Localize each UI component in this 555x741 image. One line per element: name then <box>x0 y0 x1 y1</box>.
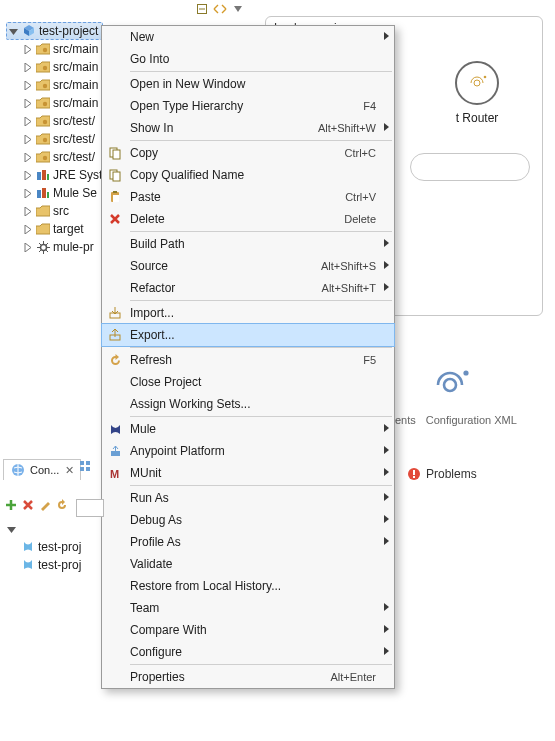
svg-point-9 <box>43 102 47 106</box>
menu-item-accelerator: Delete <box>336 213 376 225</box>
connections-root-row[interactable] <box>6 520 81 538</box>
menu-item-restore-from-local-history[interactable]: Restore from Local History... <box>102 575 394 597</box>
twisty-icon[interactable] <box>22 243 33 252</box>
menu-item-label: Refactor <box>126 281 314 295</box>
submenu-arrow-icon <box>384 283 389 291</box>
menu-separator <box>130 300 392 301</box>
menu-item-build-path[interactable]: Build Path <box>102 233 394 255</box>
submenu-arrow-icon <box>384 515 389 523</box>
twisty-icon[interactable] <box>8 27 19 36</box>
package-folder-icon <box>35 59 51 75</box>
menu-item-label: Refresh <box>126 353 355 367</box>
twisty-icon[interactable] <box>22 225 33 234</box>
menu-item-import[interactable]: Import... <box>102 302 394 324</box>
svg-rect-38 <box>413 476 415 478</box>
tree-item-label: src <box>53 204 69 218</box>
menu-item-label: Go Into <box>126 52 376 66</box>
twisty-icon[interactable] <box>22 99 33 108</box>
submenu-arrow-icon <box>384 493 389 501</box>
connection-item-label: test-proj <box>38 540 81 554</box>
menu-item-open-in-new-window[interactable]: Open in New Window <box>102 73 394 95</box>
svg-point-3 <box>484 76 487 79</box>
twisty-icon[interactable] <box>22 135 33 144</box>
menu-item-munit[interactable]: MMUnit <box>102 462 394 484</box>
menu-item-copy[interactable]: CopyCtrl+C <box>102 142 394 164</box>
menu-item-source[interactable]: SourceAlt+Shift+S <box>102 255 394 277</box>
menu-item-refactor[interactable]: RefactorAlt+Shift+T <box>102 277 394 299</box>
tree-item-project[interactable]: test-project <box>6 22 103 40</box>
menu-item-mule[interactable]: Mule <box>102 418 394 440</box>
connection-item[interactable]: test-proj <box>20 556 81 574</box>
add-icon[interactable] <box>4 498 18 512</box>
remove-icon[interactable] <box>21 498 35 512</box>
view-menu-icon[interactable] <box>231 2 245 16</box>
package-folder-icon <box>35 41 51 57</box>
flow-pill[interactable] <box>410 153 530 181</box>
twisty-icon[interactable] <box>22 117 33 126</box>
menu-item-label: Build Path <box>126 237 376 251</box>
tree-item-label: src/main <box>53 78 98 92</box>
menu-item-label: Mule <box>126 422 376 436</box>
refresh-icon <box>104 354 126 367</box>
mule-project-icon <box>21 23 37 39</box>
tree-item-label: JRE Syst <box>53 168 102 182</box>
svg-rect-13 <box>37 172 41 180</box>
menu-item-refresh[interactable]: RefreshF5 <box>102 349 394 371</box>
svg-rect-21 <box>113 150 120 159</box>
twisty-icon[interactable] <box>22 45 33 54</box>
submenu-arrow-icon <box>384 537 389 545</box>
menu-item-configure[interactable]: Configure <box>102 641 394 663</box>
twisty-icon[interactable] <box>22 207 33 216</box>
svg-rect-14 <box>42 170 46 180</box>
menu-item-compare-with[interactable]: Compare With <box>102 619 394 641</box>
menu-item-assign-working-sets[interactable]: Assign Working Sets... <box>102 393 394 415</box>
tree-item-label: src/test/ <box>53 132 95 146</box>
menu-item-copy-qualified-name[interactable]: Copy Qualified Name <box>102 164 394 186</box>
twisty-icon[interactable] <box>22 81 33 90</box>
twisty-icon[interactable] <box>6 525 17 534</box>
menu-item-show-in[interactable]: Show InAlt+Shift+W <box>102 117 394 139</box>
svg-point-2 <box>474 80 480 86</box>
munit-icon: M <box>104 467 126 480</box>
menu-item-debug-as[interactable]: Debug As <box>102 509 394 531</box>
twisty-icon[interactable] <box>22 189 33 198</box>
close-icon[interactable]: ✕ <box>65 464 74 477</box>
twisty-icon[interactable] <box>22 153 33 162</box>
menu-item-delete[interactable]: DeleteDelete <box>102 208 394 230</box>
twisty-icon[interactable] <box>22 171 33 180</box>
refresh-icon[interactable] <box>55 498 69 512</box>
menu-item-properties[interactable]: PropertiesAlt+Enter <box>102 666 394 688</box>
menu-item-anypoint-platform[interactable]: Anypoint Platform <box>102 440 394 462</box>
menu-item-profile-as[interactable]: Profile As <box>102 531 394 553</box>
link-editor-icon[interactable] <box>213 2 227 16</box>
submenu-arrow-icon <box>384 446 389 454</box>
tree-item-label: mule-pr <box>53 240 94 254</box>
menu-item-open-type-hierarchy[interactable]: Open Type HierarchyF4 <box>102 95 394 117</box>
grid-icon[interactable] <box>78 459 92 473</box>
menu-item-new[interactable]: New <box>102 26 394 48</box>
menu-item-close-project[interactable]: Close Project <box>102 371 394 393</box>
menu-item-paste[interactable]: PasteCtrl+V <box>102 186 394 208</box>
menu-item-label: Copy Qualified Name <box>126 168 376 182</box>
folder-icon <box>35 221 51 237</box>
submenu-arrow-icon <box>384 32 389 40</box>
tab-config-xml[interactable]: Configuration XML <box>426 414 517 426</box>
twisty-icon[interactable] <box>22 63 33 72</box>
menu-item-go-into[interactable]: Go Into <box>102 48 394 70</box>
menu-item-team[interactable]: Team <box>102 597 394 619</box>
svg-point-5 <box>463 370 468 375</box>
menu-item-run-as[interactable]: Run As <box>102 487 394 509</box>
connections-tab[interactable]: Con... ✕ <box>3 459 81 480</box>
connection-item[interactable]: test-proj <box>20 538 81 556</box>
menu-item-validate[interactable]: Validate <box>102 553 394 575</box>
anypoint-icon <box>104 445 126 458</box>
router-node[interactable]: t Router <box>442 61 512 153</box>
collapse-all-icon[interactable] <box>195 2 209 16</box>
connections-filter-input[interactable] <box>76 499 104 517</box>
problems-tab[interactable]: Problems <box>406 466 477 482</box>
edit-icon[interactable] <box>38 498 52 512</box>
svg-rect-35 <box>86 467 90 471</box>
tab-comments[interactable]: ents <box>395 414 416 426</box>
menu-item-export[interactable]: Export... <box>102 324 394 346</box>
router-node-label: t Router <box>456 111 499 125</box>
